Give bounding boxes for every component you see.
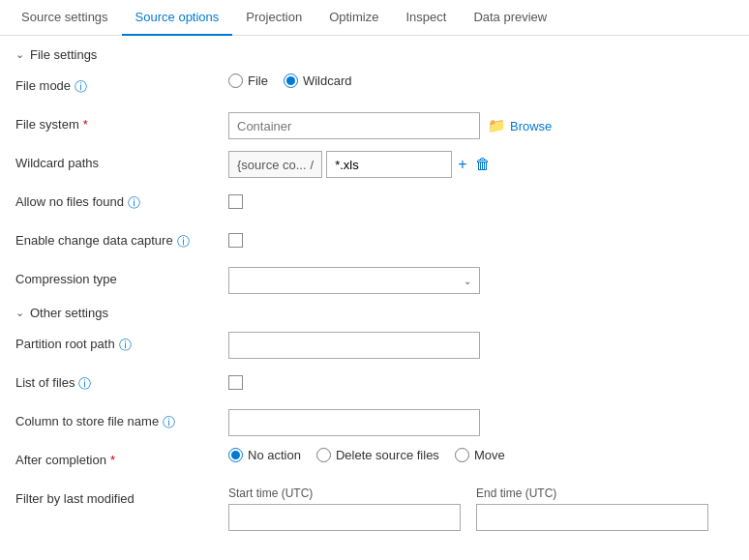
file-mode-radio-group: File Wildcard (228, 74, 352, 88)
file-system-control: 📁 Browse (228, 112, 734, 139)
list-of-files-info-icon[interactable]: ⓘ (78, 375, 91, 393)
other-settings-chevron: ⌄ (15, 307, 24, 319)
tab-bar: Source settings Source options Projectio… (0, 0, 749, 36)
partition-root-path-row: Partition root path ⓘ (15, 332, 734, 359)
compression-type-row: Compression type ⌄ (15, 267, 734, 294)
file-settings-chevron: ⌄ (15, 48, 24, 61)
allow-no-files-info-icon[interactable]: ⓘ (128, 194, 140, 212)
start-time-group: Start time (UTC) (228, 486, 461, 531)
tab-inspect[interactable]: Inspect (392, 0, 460, 36)
tab-optimize[interactable]: Optimize (315, 0, 392, 36)
file-system-row: File system * 📁 Browse (15, 112, 734, 139)
column-store-file-name-row: Column to store file name ⓘ (15, 409, 734, 436)
after-completion-radio-group: No action Delete source files Move (228, 448, 505, 462)
list-of-files-checkbox[interactable] (228, 375, 243, 390)
enable-change-capture-row: Enable change data capture ⓘ (15, 228, 734, 255)
column-store-file-name-control (228, 409, 734, 436)
allow-no-files-label: Allow no files found ⓘ (15, 190, 228, 212)
partition-root-path-input[interactable] (228, 332, 480, 359)
enable-change-capture-info-icon[interactable]: ⓘ (177, 233, 190, 251)
folder-icon: 📁 (488, 117, 506, 134)
partition-root-path-control (228, 332, 734, 359)
wildcard-value-input[interactable] (326, 151, 452, 178)
wildcard-paths-label: Wildcard paths (15, 151, 228, 170)
column-store-file-name-label: Column to store file name ⓘ (15, 409, 228, 431)
filter-last-modified-row: Filter by last modified Start time (UTC)… (15, 486, 734, 531)
tab-projection[interactable]: Projection (232, 0, 315, 36)
file-mode-file-radio[interactable] (228, 74, 243, 88)
end-time-label: End time (UTC) (476, 486, 708, 500)
delete-wildcard-button[interactable]: 🗑 (473, 154, 493, 175)
after-completion-move[interactable]: Move (455, 448, 505, 462)
file-system-label: File system * (15, 112, 228, 132)
tab-source-options[interactable]: Source options (122, 0, 233, 36)
column-store-file-name-input[interactable] (228, 409, 480, 436)
after-completion-label: After completion * (15, 448, 228, 467)
column-store-file-name-info-icon[interactable]: ⓘ (163, 414, 175, 431)
list-of-files-row: List of files ⓘ (15, 370, 734, 398)
after-completion-no-action[interactable]: No action (228, 448, 301, 462)
end-time-group: End time (UTC) (476, 486, 708, 531)
file-mode-row: File mode ⓘ File Wildcard (15, 74, 734, 101)
filter-last-modified-label: Filter by last modified (15, 486, 228, 506)
compression-type-label: Compression type (15, 267, 228, 286)
after-completion-move-radio[interactable] (455, 448, 469, 462)
wildcard-paths-control: {source co... / + 🗑 (228, 151, 734, 178)
filter-inputs-container: Start time (UTC) End time (UTC) (228, 486, 708, 531)
file-mode-label: File mode ⓘ (15, 74, 228, 96)
after-completion-delete-radio[interactable] (316, 448, 331, 462)
wildcard-paths-row: Wildcard paths {source co... / + 🗑 (15, 151, 734, 178)
file-mode-wildcard-option[interactable]: Wildcard (284, 74, 352, 88)
add-wildcard-button[interactable]: + (456, 154, 468, 175)
end-time-input[interactable] (476, 504, 708, 531)
enable-change-capture-control (228, 228, 734, 248)
after-completion-no-action-radio[interactable] (228, 448, 243, 462)
enable-change-capture-label: Enable change data capture ⓘ (15, 228, 228, 251)
file-system-input[interactable] (228, 112, 480, 139)
compression-type-dropdown[interactable]: ⌄ (228, 267, 480, 294)
other-settings-section-header[interactable]: ⌄ Other settings (15, 306, 734, 320)
file-settings-section-header[interactable]: ⌄ File settings (15, 47, 734, 62)
other-settings-label: Other settings (30, 306, 108, 320)
allow-no-files-row: Allow no files found ⓘ (15, 190, 734, 217)
allow-no-files-control (228, 190, 734, 209)
wildcard-prefix: {source co... / (228, 151, 322, 178)
after-completion-delete[interactable]: Delete source files (316, 448, 439, 462)
tab-data-preview[interactable]: Data preview (460, 0, 560, 36)
file-mode-info-icon[interactable]: ⓘ (75, 78, 87, 96)
browse-button[interactable]: 📁 Browse (488, 117, 552, 134)
after-completion-required: * (110, 453, 115, 467)
start-time-input[interactable] (228, 504, 461, 531)
partition-root-path-info-icon[interactable]: ⓘ (119, 337, 132, 354)
enable-change-capture-checkbox[interactable] (228, 233, 243, 248)
list-of-files-control (228, 370, 734, 390)
allow-no-files-checkbox[interactable] (228, 194, 243, 209)
after-completion-control: No action Delete source files Move (228, 448, 734, 462)
wildcard-path-container: {source co... / + 🗑 (228, 151, 493, 178)
file-mode-file-option[interactable]: File (228, 74, 268, 88)
partition-root-path-label: Partition root path ⓘ (15, 332, 228, 354)
file-system-required: * (83, 117, 88, 132)
tab-source-settings[interactable]: Source settings (8, 0, 122, 36)
main-content: ⌄ File settings File mode ⓘ File Wildcar… (0, 36, 749, 554)
file-mode-wildcard-radio[interactable] (284, 74, 298, 88)
chevron-down-icon: ⌄ (464, 276, 471, 286)
file-mode-control: File Wildcard (228, 74, 734, 88)
start-time-label: Start time (UTC) (228, 486, 461, 500)
file-settings-label: File settings (30, 47, 97, 62)
list-of-files-label: List of files ⓘ (15, 370, 228, 393)
filter-last-modified-control: Start time (UTC) End time (UTC) (228, 486, 734, 531)
after-completion-row: After completion * No action Delete sour… (15, 448, 734, 475)
compression-type-control: ⌄ (228, 267, 734, 294)
